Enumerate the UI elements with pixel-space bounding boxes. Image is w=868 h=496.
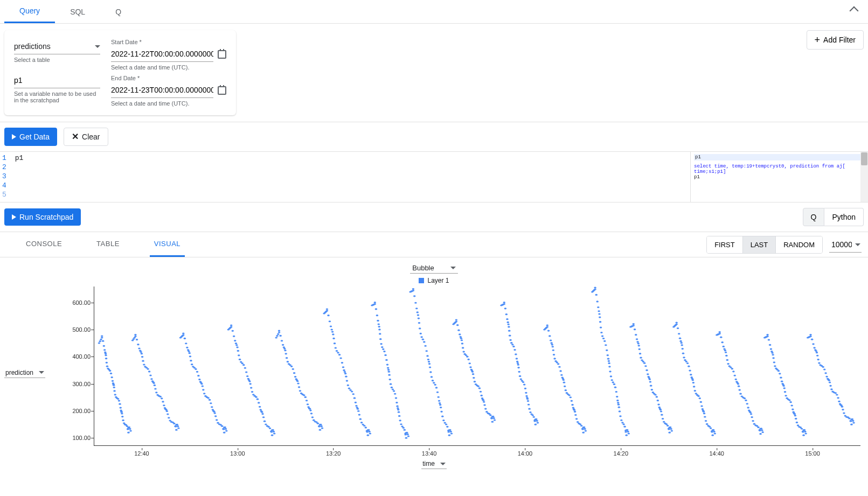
svg-point-120 [200,383,203,385]
tab-sql[interactable]: SQL [55,1,100,23]
svg-point-563 [609,371,612,372]
svg-point-291 [367,429,370,431]
svg-point-190 [271,435,274,436]
chart-type-select[interactable]: Bubble [410,263,457,274]
svg-point-791 [813,347,816,348]
svg-point-421 [478,387,481,389]
svg-point-554 [602,338,605,339]
lang-python-button[interactable]: Python [824,208,864,226]
tab-console[interactable]: CONSOLE [22,232,66,257]
tab-query[interactable]: Query [4,0,55,23]
plot[interactable] [94,287,860,446]
end-date-input[interactable] [111,82,213,98]
svg-point-269 [346,380,349,382]
svg-point-629 [666,425,669,427]
svg-point-426 [482,400,485,401]
svg-point-13 [106,366,109,367]
svg-point-438 [492,416,495,417]
svg-point-384 [446,426,449,428]
svg-point-716 [746,403,748,404]
y-axis-value: prediction [5,369,33,376]
tab-table[interactable]: TABLE [92,232,124,257]
svg-point-193 [272,429,274,431]
collapse-panel[interactable] [844,3,864,20]
svg-point-423 [480,395,483,396]
calendar-icon[interactable] [218,50,226,59]
svg-point-455 [510,342,513,344]
play-icon [12,214,16,220]
svg-point-67 [149,374,152,376]
x-axis-select[interactable]: time [421,459,447,469]
tab-visual[interactable]: VISUAL [150,232,185,257]
svg-point-668 [700,405,703,407]
sample-random-button[interactable]: RANDOM [776,236,822,253]
svg-point-796 [817,359,820,360]
lang-q-button[interactable]: Q [803,208,825,226]
svg-point-207 [284,353,287,354]
svg-point-748 [774,365,776,367]
table-select[interactable]: predictions [14,39,100,54]
svg-point-271 [348,388,351,389]
svg-point-408 [466,356,469,358]
svg-point-453 [509,335,511,337]
svg-point-462 [517,362,519,364]
svg-point-808 [829,385,832,387]
svg-point-103 [184,338,186,339]
svg-point-165 [245,371,248,373]
svg-point-178 [259,406,261,408]
svg-point-251 [329,320,331,322]
svg-point-711 [739,393,742,395]
start-date-input[interactable] [111,46,213,62]
editor-code[interactable]: p1 [11,152,28,202]
svg-point-159 [238,354,240,356]
svg-point-649 [682,353,685,354]
svg-point-144 [224,427,226,428]
svg-point-515 [565,389,567,391]
code-line [15,172,24,181]
svg-point-690 [718,331,721,333]
scrollbar-thumb[interactable] [861,152,867,165]
svg-point-141 [223,432,226,434]
sample-last-button[interactable]: LAST [743,236,776,253]
variable-helper: Set a variable name to be used in the sc… [14,90,100,103]
svg-point-311 [384,354,387,356]
scrollbar-vertical[interactable] [860,152,868,202]
svg-point-317 [388,374,391,376]
svg-point-745 [772,354,774,355]
tab-q[interactable]: Q [100,1,136,23]
svg-point-576 [619,415,622,417]
svg-point-606 [645,369,648,371]
svg-point-526 [574,414,577,416]
svg-point-219 [297,382,300,384]
svg-point-181 [261,411,263,413]
svg-point-221 [299,390,302,392]
svg-point-415 [472,373,475,375]
svg-point-635 [670,428,672,430]
svg-point-308 [381,346,384,348]
svg-point-732 [760,428,763,429]
get-data-button[interactable]: Get Data [4,128,57,146]
svg-point-162 [241,362,244,364]
svg-point-71 [152,382,155,384]
calendar-icon[interactable] [218,86,226,95]
sample-first-button[interactable]: FIRST [707,236,743,253]
y-axis-select[interactable]: prediction [4,368,45,378]
svg-point-625 [662,418,664,420]
svg-point-337 [405,437,408,439]
svg-point-279 [357,408,359,410]
add-filter-button[interactable]: + Add Filter [807,30,864,50]
svg-point-771 [795,418,797,420]
svg-point-85 [166,413,169,415]
svg-point-493 [546,326,548,327]
clear-button[interactable]: ✕ Clear [64,128,108,146]
svg-point-790 [812,343,815,345]
svg-point-36 [121,416,124,417]
variable-input[interactable] [14,73,100,88]
svg-point-270 [347,385,350,386]
svg-point-402 [461,339,463,341]
svg-point-79 [162,401,164,402]
run-scratchpad-button[interactable]: Run Scratchpad [4,208,81,226]
svg-point-566 [612,381,615,383]
scratchpad-editor[interactable]: 12345 p1 [0,152,690,202]
sample-count-select[interactable] [829,237,862,253]
